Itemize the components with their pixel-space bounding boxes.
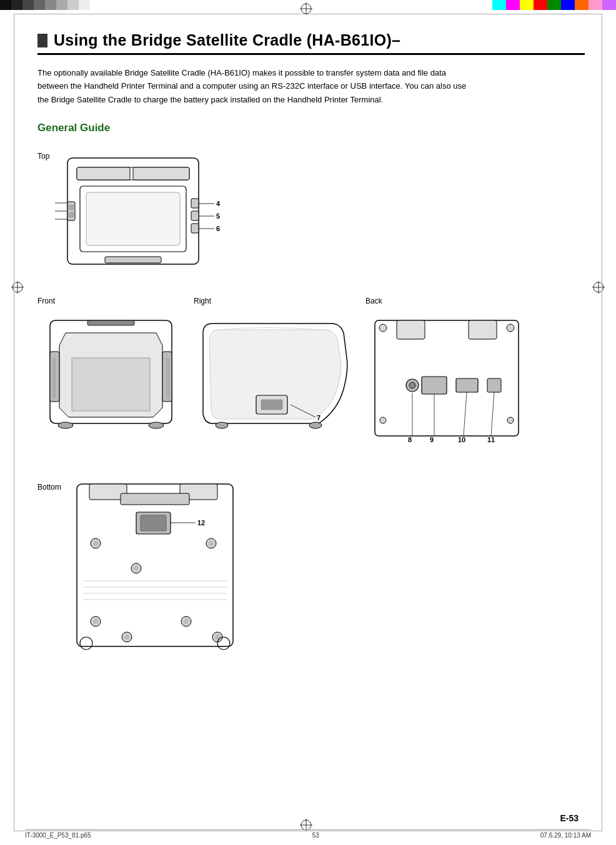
section-heading: General Guide: [37, 122, 585, 134]
svg-rect-53: [397, 320, 425, 339]
svg-line-70: [464, 392, 467, 436]
footer-left: IT-3000_E_P53_81.p65: [25, 832, 91, 839]
svg-point-55: [379, 324, 387, 332]
svg-rect-75: [121, 493, 189, 505]
svg-point-94: [80, 637, 92, 650]
svg-point-87: [93, 619, 98, 624]
back-view-svg: 8 9 10 11: [365, 308, 528, 458]
svg-rect-47: [261, 400, 282, 410]
right-view-block: Right 7: [194, 297, 356, 460]
svg-rect-23: [191, 224, 199, 233]
title-icon: [37, 34, 47, 47]
right-view-svg: 7: [194, 308, 356, 458]
svg-rect-61: [487, 378, 501, 392]
svg-rect-54: [469, 320, 497, 339]
svg-rect-77: [141, 515, 166, 531]
svg-text:7: 7: [317, 414, 320, 422]
svg-point-81: [93, 541, 98, 546]
svg-rect-15: [133, 167, 189, 180]
svg-point-95: [217, 637, 230, 650]
reg-mark-right: [592, 281, 605, 294]
svg-rect-38: [162, 352, 172, 402]
top-view-svg: 4 5 6 1 2 3: [55, 146, 230, 283]
svg-rect-57: [422, 377, 447, 394]
page-number: E-53: [560, 813, 579, 823]
page-title: Using the Bridge Satellite Cradle (HA-B6…: [54, 31, 400, 49]
svg-text:8: 8: [408, 436, 412, 443]
svg-text:5: 5: [216, 212, 220, 220]
svg-text:12: 12: [197, 519, 205, 526]
middle-diagrams-row: Front: [37, 297, 585, 460]
svg-rect-22: [191, 211, 199, 220]
bottom-view-label: Bottom: [37, 483, 61, 492]
front-view-label: Front: [37, 297, 184, 305]
svg-rect-24: [105, 257, 161, 263]
svg-point-91: [184, 619, 189, 624]
reg-mark-left: [11, 281, 24, 294]
svg-rect-14: [77, 167, 130, 180]
back-view-label: Back: [365, 297, 528, 305]
svg-point-39: [58, 422, 73, 428]
right-view-label: Right: [194, 297, 356, 305]
svg-line-71: [491, 392, 494, 436]
svg-point-50: [216, 422, 228, 428]
svg-point-89: [124, 635, 129, 640]
svg-rect-21: [191, 199, 199, 208]
svg-point-40: [149, 422, 164, 428]
svg-point-51: [309, 422, 322, 428]
svg-text:9: 9: [430, 436, 434, 443]
svg-rect-20: [69, 212, 74, 217]
top-view-label: Top: [37, 152, 49, 161]
svg-rect-37: [50, 352, 59, 402]
svg-point-83: [209, 541, 214, 546]
footer-middle: 53: [312, 832, 319, 839]
svg-point-60: [409, 382, 415, 388]
svg-rect-41: [87, 320, 134, 325]
svg-rect-58: [456, 378, 478, 392]
reg-mark-top: [300, 2, 312, 15]
bottom-view-block: Bottom 12: [37, 472, 585, 656]
svg-point-56: [507, 324, 514, 332]
svg-rect-19: [69, 205, 74, 210]
svg-text:11: 11: [487, 436, 495, 443]
svg-point-63: [507, 417, 514, 423]
svg-text:6: 6: [216, 225, 220, 232]
front-view-block: Front: [37, 297, 184, 460]
footer: IT-3000_E_P53_81.p65 53 07.6.29, 10:13 A…: [25, 829, 591, 839]
title-area: Using the Bridge Satellite Cradle (HA-B6…: [37, 31, 585, 55]
top-view-diagram: Top 4 5: [37, 146, 585, 285]
front-view-svg: [37, 308, 184, 445]
svg-text:10: 10: [458, 436, 465, 443]
svg-point-62: [380, 417, 386, 423]
bottom-view-svg: 12: [64, 472, 249, 656]
svg-text:4: 4: [216, 200, 221, 207]
back-view-block: Back: [365, 297, 528, 460]
svg-point-85: [134, 566, 139, 571]
footer-right: 07.6.29, 10:13 AM: [540, 832, 591, 839]
svg-rect-17: [86, 192, 180, 245]
svg-rect-18: [67, 202, 75, 220]
description-text: The optionally available Bridge Satellit…: [37, 66, 475, 106]
